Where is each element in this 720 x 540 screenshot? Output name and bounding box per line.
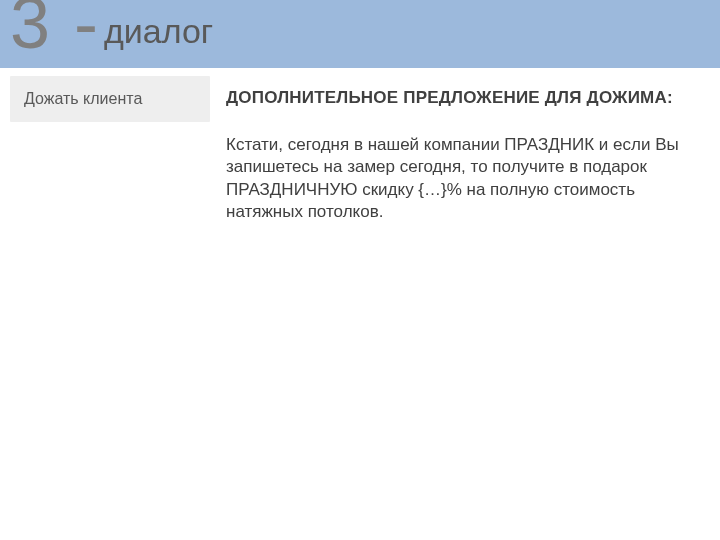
content-body: Кстати, сегодня в нашей компании ПРАЗДНИ… xyxy=(226,134,686,224)
content-heading: ДОПОЛНИТЕЛЬНОЕ ПРЕДЛОЖЕНИЕ ДЛЯ ДОЖИМА: xyxy=(226,88,696,108)
slide-number: 3 - xyxy=(10,0,100,64)
side-label: Дожать клиента xyxy=(10,76,210,122)
number-digit: 3 xyxy=(10,0,52,63)
slide: 3 - диалог Дожать клиента ДОПОЛНИТЕЛЬНОЕ… xyxy=(0,0,720,540)
slide-title: диалог xyxy=(104,12,213,51)
number-dash: - xyxy=(74,0,100,63)
